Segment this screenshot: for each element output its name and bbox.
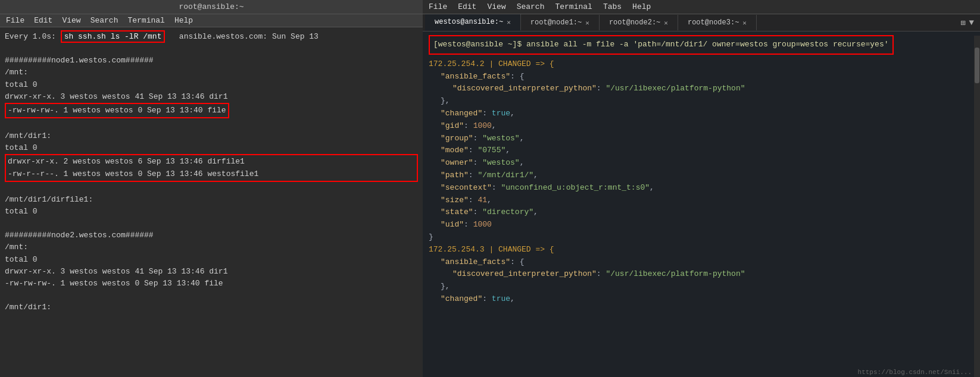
discovered-interpreter-line: "discovered_interpreter_python": "/usr/l… (429, 83, 974, 95)
left-menu-bar: File Edit View Search Terminal Help (0, 14, 423, 27)
discovered2-line: "discovered_interpreter_python": "/usr/l… (429, 268, 974, 281)
tab-root-node3-label: root@node3:~ (688, 18, 739, 27)
mnt-dir1: /mnt/dir1: (5, 130, 418, 142)
r-menu-edit[interactable]: Edit (458, 2, 476, 11)
changed2-text: CHANGED (498, 245, 531, 254)
tab-westos-ansible[interactable]: westos@ansible:~ ✕ (425, 14, 521, 31)
key-gid: "gid" (441, 121, 464, 130)
right-tabs: westos@ansible:~ ✕ root@node1:~ ✕ root@n… (423, 14, 980, 32)
ansible-facts2-line: "ansible_facts": { (429, 256, 974, 269)
val-owner: "westos" (482, 158, 519, 167)
scrollbar[interactable] (974, 36, 980, 377)
val-secontext: "unconfined_u:object_r:mnt_t:s0" (501, 183, 650, 192)
mnt-dir1-dirfile1: /mnt/dir1/dirfile1: (5, 194, 418, 206)
owner-line: "owner": "westos", (429, 157, 974, 169)
timestamp: ansible.westos.com: Sun Sep 13 (179, 32, 319, 41)
ip1-changed: 172.25.254.2 | CHANGED => { (429, 58, 974, 71)
menu-terminal[interactable]: Terminal (127, 16, 164, 25)
key-size: "size" (441, 196, 469, 205)
menu-edit[interactable]: Edit (34, 16, 52, 25)
key-group: "group" (441, 134, 473, 143)
key-mode: "mode" (441, 146, 469, 155)
tab-root-node2[interactable]: root@node2:~ ✕ (600, 15, 678, 30)
key-ansible-facts: "ansible_facts" (441, 72, 510, 81)
ip2-changed: 172.25.254.3 | CHANGED => { (429, 244, 974, 256)
val-discovered: "/usr/libexec/platform-python" (606, 84, 745, 93)
file-line-box: -rw-rw-rw-. 1 westos westos 0 Sep 13 13:… (5, 103, 418, 118)
tab-close-1[interactable]: ✕ (585, 19, 589, 27)
r-menu-tabs[interactable]: Tabs (603, 2, 622, 11)
node1-header (5, 43, 418, 55)
watermark: https://blog.csdn.net/Snii... (858, 369, 972, 376)
ip1-text: 172.25.254.2 | (429, 59, 498, 68)
val-mode: "0755" (477, 146, 505, 155)
arrow1: => { (531, 59, 554, 68)
key-changed2: "changed" (441, 294, 482, 303)
blank1 (5, 118, 418, 130)
menu-help[interactable]: Help (174, 16, 193, 25)
key-owner: "owner" (441, 158, 473, 167)
menu-search[interactable]: Search (90, 16, 118, 25)
every-line: Every 1.0s: sh ssh.sh ls -lR /mnt ansibl… (5, 31, 418, 43)
ansible-command-box: [westos@ansible ~]$ ansible all -m file … (429, 35, 894, 55)
gid-line: "gid": 1000, (429, 120, 974, 133)
left-content: Every 1.0s: sh ssh.sh ls -lR /mnt ansibl… (0, 27, 423, 377)
val-changed: true (492, 109, 510, 118)
close-facts2: }, (429, 281, 974, 293)
key-discovered: "discovered_interpreter_python" (452, 84, 597, 93)
val-group: "westos" (482, 134, 519, 143)
changed-line: "changed": true, (429, 108, 974, 120)
close-facts: }, (429, 95, 974, 108)
mnt-dir1-2: /mnt/dir1: (5, 301, 418, 313)
command-highlight: sh ssh.sh ls -lR /mnt (61, 30, 166, 43)
total2: total 0 (5, 254, 418, 266)
key-discovered2: "discovered_interpreter_python" (452, 269, 597, 278)
key-path: "path" (441, 171, 469, 180)
r-menu-file[interactable]: File (429, 2, 447, 11)
tab-root-node2-label: root@node2:~ (609, 18, 660, 27)
total-0-3: total 0 (5, 206, 418, 218)
close-1: } (429, 231, 974, 244)
changed2-line: "changed": true, (429, 293, 974, 306)
ansible-command: [westos@ansible ~]$ ansible all -m file … (433, 40, 889, 49)
path-line: "path": "/mnt/dir1/", (429, 169, 974, 182)
val-discovered2: "/usr/libexec/platform-python" (606, 269, 745, 278)
tab-close-2[interactable]: ✕ (664, 19, 668, 27)
mnt2: /mnt: (5, 241, 418, 253)
blank2 (5, 182, 418, 194)
scrollbar-thumb[interactable] (975, 48, 979, 83)
left-terminal: root@ansible:~ File Edit View Search Ter… (0, 0, 423, 377)
tab-icons: ⊞ ▼ (960, 18, 978, 28)
dir1-line: drwxr-xr-x. 3 westos westos 41 Sep 13 13… (5, 91, 418, 103)
right-content: [westos@ansible ~]$ ansible all -m file … (423, 32, 980, 377)
val-changed2: true (492, 294, 510, 303)
menu-view[interactable]: View (62, 16, 80, 25)
ansible-facts-line: "ansible_facts": { (429, 71, 974, 83)
file-2: -rw-rw-rw-. 1 westos westos 0 Sep 13 13:… (5, 278, 418, 290)
tab-close-0[interactable]: ✕ (507, 18, 511, 26)
tab-new-icon[interactable]: ⊞ (960, 18, 965, 28)
r-menu-terminal[interactable]: Terminal (555, 2, 592, 11)
size-line: "size": 41, (429, 194, 974, 207)
left-title-bar: root@ansible:~ (0, 0, 423, 14)
state-line: "state": "directory", (429, 206, 974, 219)
val-size: 41 (477, 196, 487, 205)
val-gid: 1000 (473, 121, 492, 130)
left-title: root@ansible:~ (179, 2, 244, 11)
changed1-text: CHANGED (498, 59, 531, 68)
tab-arrow-icon[interactable]: ▼ (969, 18, 974, 27)
key-ansible-facts2: "ansible_facts" (441, 257, 510, 266)
val-uid: 1000 (473, 220, 492, 229)
secontext-line: "secontext": "unconfined_u:object_r:mnt_… (429, 182, 974, 194)
tab-root-node1-label: root@node1:~ (530, 18, 582, 27)
r-menu-search[interactable]: Search (517, 2, 545, 11)
tab-root-node1[interactable]: root@node1:~ ✕ (521, 15, 600, 30)
ip2-text: 172.25.254.3 | (429, 245, 498, 254)
group-line: "group": "westos", (429, 133, 974, 145)
r-menu-help[interactable]: Help (632, 2, 651, 11)
menu-file[interactable]: File (6, 16, 24, 25)
tab-root-node3[interactable]: root@node3:~ ✕ (678, 15, 757, 30)
r-menu-view[interactable]: View (487, 2, 505, 11)
tab-close-3[interactable]: ✕ (742, 19, 747, 27)
blank3 (5, 218, 418, 230)
